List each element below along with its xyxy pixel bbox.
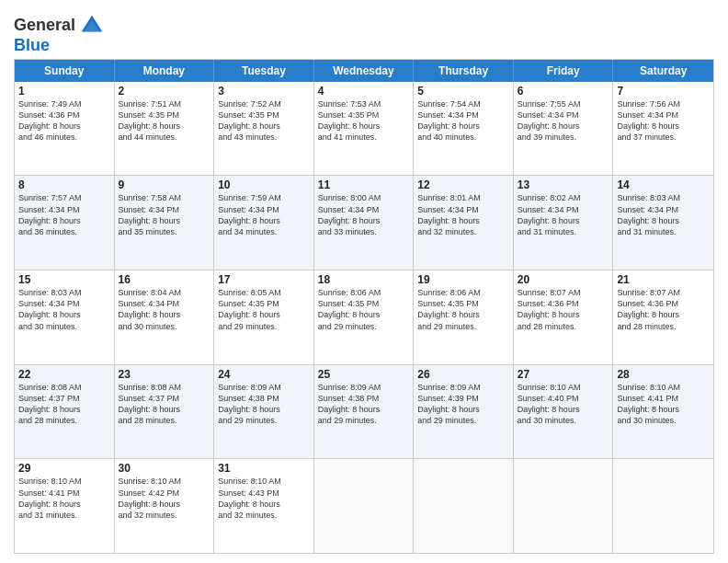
day-number: 18 <box>318 273 410 286</box>
calendar-cell: 1Sunrise: 7:49 AMSunset: 4:36 PMDaylight… <box>15 82 115 176</box>
cell-line: and 37 minutes. <box>617 132 710 143</box>
day-number: 13 <box>518 178 609 191</box>
cell-line: Sunrise: 7:51 AM <box>119 98 210 109</box>
day-number: 1 <box>18 85 110 98</box>
cell-line: and 31 minutes. <box>617 226 710 237</box>
cell-line: Daylight: 8 hours <box>318 121 410 132</box>
cell-line: Daylight: 8 hours <box>18 404 110 415</box>
cell-line: and 43 minutes. <box>218 132 310 143</box>
cell-line: Sunrise: 8:10 AM <box>119 476 210 487</box>
cell-line: and 40 minutes. <box>417 132 509 143</box>
day-number: 23 <box>119 368 210 381</box>
day-number: 30 <box>119 462 210 475</box>
calendar-header-cell: Tuesday <box>214 60 314 82</box>
cell-line: Sunset: 4:41 PM <box>18 488 110 499</box>
calendar-cell: 22Sunrise: 8:08 AMSunset: 4:37 PMDayligh… <box>15 365 115 459</box>
cell-line: and 46 minutes. <box>18 132 110 143</box>
cell-line: Sunrise: 7:58 AM <box>119 192 210 203</box>
cell-line: Sunset: 4:35 PM <box>119 109 210 121</box>
cell-line: and 29 minutes. <box>318 321 410 332</box>
cell-line: and 30 minutes. <box>119 321 210 332</box>
calendar-cell: 23Sunrise: 8:08 AMSunset: 4:37 PMDayligh… <box>115 365 215 459</box>
cell-line: Sunrise: 8:10 AM <box>518 382 609 393</box>
day-number: 9 <box>119 178 210 191</box>
calendar-header-cell: Wednesday <box>314 60 415 82</box>
cell-line: Sunset: 4:35 PM <box>218 109 310 121</box>
cell-line: Sunset: 4:37 PM <box>119 393 210 404</box>
day-number: 28 <box>617 368 710 381</box>
calendar-cell: 13Sunrise: 8:02 AMSunset: 4:34 PMDayligh… <box>514 176 614 270</box>
calendar-cell: 16Sunrise: 8:04 AMSunset: 4:34 PMDayligh… <box>115 270 215 364</box>
cell-line: Sunset: 4:35 PM <box>318 109 410 121</box>
calendar-cell-empty <box>414 459 514 553</box>
cell-line: Sunrise: 8:06 AM <box>417 287 509 298</box>
page: General Blue SundayMondayTuesdayWednesda… <box>0 0 728 563</box>
calendar: SundayMondayTuesdayWednesdayThursdayFrid… <box>14 59 714 554</box>
day-number: 8 <box>18 178 110 191</box>
cell-line: and 29 minutes. <box>218 415 310 426</box>
cell-line: and 32 minutes. <box>218 510 310 521</box>
calendar-cell: 4Sunrise: 7:53 AMSunset: 4:35 PMDaylight… <box>314 82 415 176</box>
cell-line: and 29 minutes. <box>417 415 509 426</box>
day-number: 12 <box>417 178 509 191</box>
day-number: 26 <box>417 368 509 381</box>
cell-line: Sunset: 4:34 PM <box>318 204 410 215</box>
cell-line: Sunrise: 8:03 AM <box>617 192 710 203</box>
calendar-cell: 6Sunrise: 7:55 AMSunset: 4:34 PMDaylight… <box>514 82 614 176</box>
calendar-header-cell: Friday <box>514 60 614 82</box>
cell-line: Daylight: 8 hours <box>119 404 210 415</box>
cell-line: and 35 minutes. <box>119 226 210 237</box>
day-number: 27 <box>518 368 609 381</box>
cell-line: Sunset: 4:34 PM <box>18 298 110 309</box>
cell-line: Daylight: 8 hours <box>119 121 210 132</box>
cell-line: and 28 minutes. <box>18 415 110 426</box>
day-number: 20 <box>518 273 609 286</box>
cell-line: Sunrise: 8:01 AM <box>417 192 509 203</box>
logo-general-text: General <box>14 17 75 35</box>
day-number: 16 <box>119 273 210 286</box>
cell-line: Sunrise: 7:49 AM <box>18 98 110 109</box>
calendar-cell: 24Sunrise: 8:09 AMSunset: 4:38 PMDayligh… <box>214 365 314 459</box>
cell-line: Daylight: 8 hours <box>318 309 410 320</box>
cell-line: and 34 minutes. <box>218 226 310 237</box>
cell-line: Sunrise: 8:02 AM <box>518 192 609 203</box>
cell-line: Daylight: 8 hours <box>417 404 509 415</box>
cell-line: and 32 minutes. <box>417 226 509 237</box>
cell-line: and 28 minutes. <box>119 415 210 426</box>
cell-line: Daylight: 8 hours <box>417 121 509 132</box>
cell-line: Daylight: 8 hours <box>617 215 710 226</box>
day-number: 31 <box>218 462 310 475</box>
calendar-cell: 15Sunrise: 8:03 AMSunset: 4:34 PMDayligh… <box>15 270 115 364</box>
day-number: 19 <box>417 273 509 286</box>
cell-line: Sunrise: 8:03 AM <box>18 287 110 298</box>
cell-line: Sunrise: 8:09 AM <box>218 382 310 393</box>
calendar-week: 15Sunrise: 8:03 AMSunset: 4:34 PMDayligh… <box>15 270 713 365</box>
cell-line: Daylight: 8 hours <box>518 404 609 415</box>
cell-line: Daylight: 8 hours <box>218 215 310 226</box>
calendar-cell: 18Sunrise: 8:06 AMSunset: 4:35 PMDayligh… <box>314 270 415 364</box>
cell-line: Sunrise: 8:06 AM <box>318 287 410 298</box>
calendar-header-cell: Sunday <box>15 60 115 82</box>
day-number: 17 <box>218 273 310 286</box>
calendar-cell: 7Sunrise: 7:56 AMSunset: 4:34 PMDaylight… <box>613 82 713 176</box>
cell-line: Sunset: 4:35 PM <box>318 298 410 309</box>
calendar-cell: 8Sunrise: 7:57 AMSunset: 4:34 PMDaylight… <box>15 176 115 270</box>
cell-line: Sunrise: 7:53 AM <box>318 98 410 109</box>
cell-line: Sunrise: 8:08 AM <box>18 382 110 393</box>
cell-line: Sunrise: 7:55 AM <box>518 98 609 109</box>
cell-line: Daylight: 8 hours <box>318 404 410 415</box>
calendar-cell: 19Sunrise: 8:06 AMSunset: 4:35 PMDayligh… <box>414 270 514 364</box>
cell-line: Sunset: 4:34 PM <box>417 109 509 121</box>
day-number: 24 <box>218 368 310 381</box>
cell-line: Daylight: 8 hours <box>119 499 210 510</box>
day-number: 4 <box>318 85 410 98</box>
cell-line: Sunset: 4:41 PM <box>617 393 710 404</box>
cell-line: and 28 minutes. <box>617 321 710 332</box>
cell-line: Sunrise: 8:10 AM <box>218 476 310 487</box>
cell-line: Sunrise: 7:54 AM <box>417 98 509 109</box>
cell-line: Sunset: 4:40 PM <box>518 393 609 404</box>
cell-line: Daylight: 8 hours <box>617 121 710 132</box>
calendar-cell: 31Sunrise: 8:10 AMSunset: 4:43 PMDayligh… <box>214 459 314 553</box>
cell-line: Sunset: 4:42 PM <box>119 488 210 499</box>
cell-line: Daylight: 8 hours <box>18 499 110 510</box>
